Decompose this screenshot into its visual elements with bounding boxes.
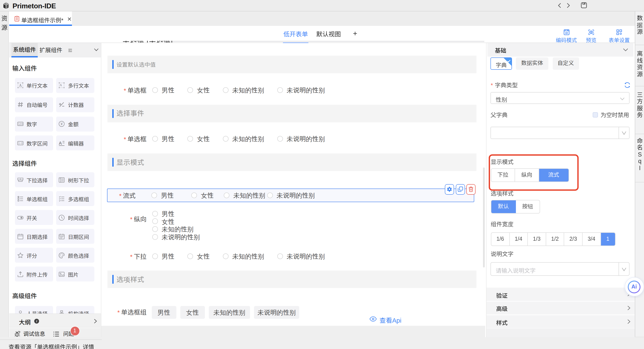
- svg-text:1~3: 1~3: [18, 141, 22, 144]
- svg-text:¥: ¥: [60, 122, 63, 126]
- svg-text:A: A: [60, 83, 62, 87]
- svg-text:A: A: [59, 140, 62, 145]
- svg-text:123: 123: [18, 123, 22, 126]
- svg-text:A: A: [19, 83, 22, 88]
